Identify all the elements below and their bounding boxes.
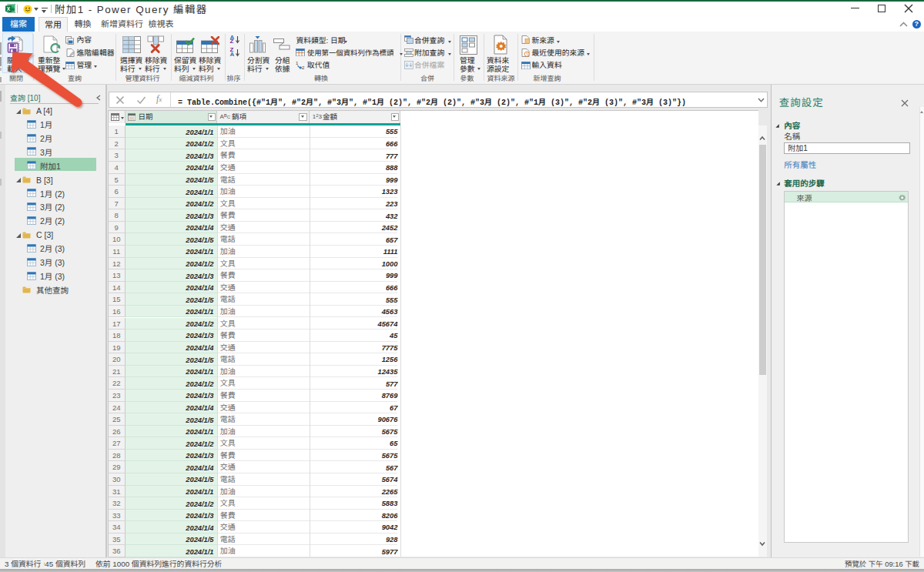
- svg-text:2: 2: [302, 65, 305, 70]
- svg-text:1: 1: [296, 61, 299, 65]
- svg-text:X: X: [7, 6, 11, 12]
